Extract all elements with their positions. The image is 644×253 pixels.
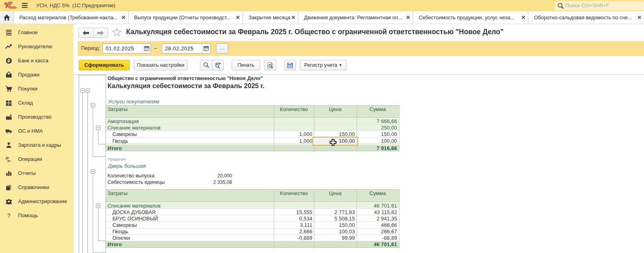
svg-text:?: ? (7, 212, 10, 219)
svg-text:₽: ₽ (8, 58, 10, 63)
svg-text:Кт: Кт (8, 159, 11, 163)
